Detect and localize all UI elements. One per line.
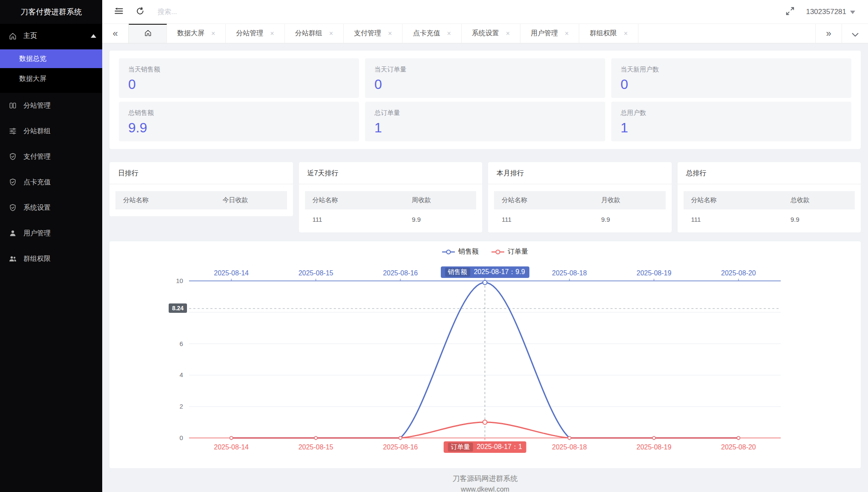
- tab-payment-manage[interactable]: 支付管理×: [344, 24, 402, 43]
- tab-card-recharge[interactable]: 点卡充值×: [402, 24, 461, 43]
- tab-label: 分站群组: [295, 29, 322, 38]
- tab-close-icon[interactable]: ×: [565, 30, 569, 37]
- caret-down-icon: [850, 8, 855, 16]
- sidebar-item-home[interactable]: 主页: [0, 24, 102, 48]
- tab-home[interactable]: [129, 24, 167, 43]
- main-area: 1302357281 « 数据大屏×分站管理×分站群组×支付管理×点卡充值×系统…: [102, 0, 868, 492]
- ranking-title: 本月排行: [488, 162, 672, 184]
- svg-text:0: 0: [180, 434, 183, 441]
- ranking-table: 分站名称月收款1119.9: [494, 191, 666, 226]
- svg-text:2025-08-19: 2025-08-19: [637, 443, 672, 451]
- svg-text:2025-08-14: 2025-08-14: [214, 443, 249, 451]
- legend-item-orders[interactable]: 订单量: [491, 247, 528, 256]
- stat-card: 当天新用户数0: [611, 58, 851, 98]
- svg-text:2025-08-16: 2025-08-16: [383, 269, 418, 277]
- tab-substation-manage[interactable]: 分站管理×: [226, 24, 285, 43]
- legend-label: 订单量: [508, 247, 528, 256]
- tab-label: 系统设置: [472, 29, 499, 38]
- ranking-col-header: 分站名称: [684, 191, 783, 209]
- tabs-scroll-right-button[interactable]: »: [815, 24, 842, 43]
- sidebar-item-data-screen[interactable]: 数据大屏: [0, 69, 102, 88]
- collapse-menu-icon: [114, 6, 124, 17]
- tooltip-orders: 订单量2025-08-17：1: [443, 441, 526, 453]
- sidebar-item-system-settings[interactable]: 系统设置: [0, 195, 102, 220]
- tab-label: 群组权限: [589, 29, 617, 38]
- svg-text:2: 2: [180, 403, 183, 410]
- sidebar-item-card-recharge[interactable]: 点卡充值: [0, 169, 102, 195]
- tabs-scroll-left-button[interactable]: «: [102, 24, 129, 43]
- stat-value: 1: [374, 120, 596, 136]
- tab-close-icon[interactable]: ×: [447, 30, 451, 37]
- tab-user-manage[interactable]: 用户管理×: [520, 24, 579, 43]
- shield-check-icon: [9, 152, 17, 161]
- tab-label: 分站管理: [236, 29, 263, 38]
- svg-text:2025-08-19: 2025-08-19: [637, 269, 672, 277]
- tab-close-icon[interactable]: ×: [388, 30, 392, 37]
- legend-label: 销售额: [458, 247, 479, 256]
- tabs-menu-button[interactable]: [842, 24, 868, 43]
- tab-data-screen[interactable]: 数据大屏×: [167, 24, 226, 43]
- app-title: 刀客付费进群系统: [0, 0, 102, 24]
- fullscreen-button[interactable]: [785, 6, 795, 17]
- ranking-col-header: 月收款: [593, 191, 665, 209]
- chart-area[interactable]: 0246102025-08-142025-08-142025-08-152025…: [109, 241, 861, 468]
- collapse-sidebar-button[interactable]: [114, 6, 124, 17]
- sidebar-item-label: 点卡充值: [23, 178, 51, 187]
- tabs-container: 数据大屏×分站管理×分站群组×支付管理×点卡充值×系统设置×用户管理×群组权限×: [167, 24, 638, 43]
- sidebar-item-substation-group[interactable]: 分站群组: [0, 118, 102, 144]
- sidebar-item-label: 群组权限: [23, 255, 51, 263]
- stat-value: 1: [621, 120, 842, 136]
- ranking-col-header: 分站名称: [305, 191, 404, 209]
- tab-close-icon[interactable]: ×: [329, 30, 333, 37]
- sidebar-menu: 主页数据总览数据大屏分站管理分站群组支付管理点卡充值系统设置用户管理群组权限: [0, 24, 102, 492]
- svg-text:2025-08-16: 2025-08-16: [383, 443, 418, 451]
- sidebar-item-payment-manage[interactable]: 支付管理: [0, 144, 102, 169]
- refresh-button[interactable]: [135, 6, 145, 17]
- stat-label: 总用户数: [621, 109, 842, 117]
- tab-close-icon[interactable]: ×: [211, 30, 215, 37]
- stat-value: 0: [128, 77, 350, 92]
- search-input[interactable]: [157, 8, 255, 16]
- stat-value: 0: [374, 77, 596, 92]
- ranking-cell: 111: [494, 209, 593, 226]
- stat-value: 0: [621, 77, 842, 92]
- ranking-panel: 近7天排行分站名称周收款1119.9: [299, 162, 483, 232]
- sidebar-item-group-permission[interactable]: 群组权限: [0, 246, 102, 272]
- ranking-panel: 日排行分站名称今日收款: [109, 162, 293, 216]
- ranking-title: 日排行: [109, 162, 293, 184]
- sidebar-item-label: 主页: [23, 31, 37, 40]
- ranking-table: 分站名称周收款1119.9: [305, 191, 477, 226]
- stat-label: 当天新用户数: [621, 66, 842, 74]
- footer: 刀客源码网进群系统 www.dkewl.com: [109, 468, 861, 492]
- tab-close-icon[interactable]: ×: [624, 30, 627, 37]
- app: 刀客付费进群系统 主页数据总览数据大屏分站管理分站群组支付管理点卡充值系统设置用…: [0, 0, 868, 492]
- tab-close-icon[interactable]: ×: [506, 30, 510, 37]
- ranking-col-header: 周收款: [404, 191, 476, 209]
- home-icon: [9, 32, 17, 40]
- sidebar-item-user-manage[interactable]: 用户管理: [0, 220, 102, 246]
- legend-item-sales[interactable]: 销售额: [442, 247, 479, 256]
- caret-up-icon: [91, 34, 96, 38]
- tab-label: 用户管理: [531, 29, 558, 38]
- tab-system-settings[interactable]: 系统设置×: [462, 24, 520, 43]
- tab-close-icon[interactable]: ×: [270, 30, 274, 37]
- stat-label: 当天销售额: [128, 66, 350, 74]
- sidebar-item-data-overview[interactable]: 数据总览: [0, 49, 102, 68]
- ranking-cell: 111: [684, 209, 783, 226]
- markline-value-badge: 8.24: [169, 303, 187, 313]
- sidebar-item-substation-manage[interactable]: 分站管理: [0, 93, 102, 118]
- svg-text:10: 10: [176, 277, 183, 284]
- tab-group-permission[interactable]: 群组权限×: [579, 24, 638, 43]
- tooltip-text: 2025-08-17：1: [477, 443, 522, 452]
- ranking-col-header: 分站名称: [115, 191, 215, 209]
- sliders-icon: [9, 127, 17, 135]
- stats-panel: 当天销售额0当天订单量0当天新用户数0总销售额9.9总订单量1总用户数1: [109, 51, 861, 149]
- svg-text:2025-08-20: 2025-08-20: [721, 269, 756, 277]
- stat-card: 总销售额9.9: [119, 102, 359, 141]
- tab-substation-group[interactable]: 分站群组×: [285, 24, 344, 43]
- sidebar-item-label: 分站管理: [23, 101, 51, 110]
- table-row: 1119.9: [684, 209, 855, 226]
- user-dropdown[interactable]: 1302357281: [806, 8, 855, 16]
- stat-label: 总订单量: [374, 109, 596, 117]
- chart-legend: 销售额订单量: [109, 247, 861, 256]
